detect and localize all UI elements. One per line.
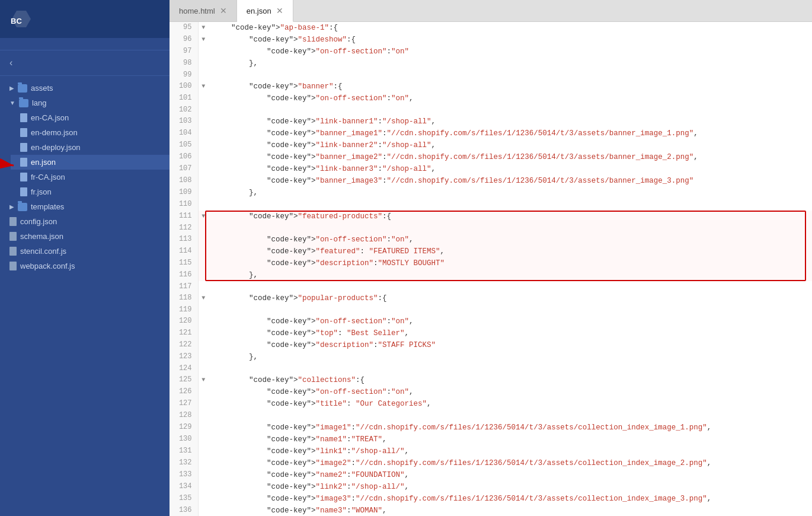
code-line-133: 133 "code-key">"name2":"FOUNDATION", xyxy=(170,469,812,481)
code-line-118: 118▼ "code-key">"popular-products":{ xyxy=(170,292,812,304)
sidebar-item-en-deploy-json[interactable]: en-deploy.json xyxy=(11,140,170,155)
code-line-97: 97 "code-key">"on-off-section":"on" xyxy=(170,46,812,58)
sidebar-item-assets[interactable]: ▶ assets xyxy=(0,81,170,95)
file-label-stencil: stencil.conf.js xyxy=(20,247,66,256)
red-arrow-icon xyxy=(0,143,23,179)
code-line-128: 128 xyxy=(170,410,812,421)
sidebar-item-templates[interactable]: ▶ templates xyxy=(0,199,170,214)
tab-en-json[interactable]: en.json ✕ xyxy=(237,0,293,22)
code-line-117: 117 xyxy=(170,281,812,292)
folder-label-templates: templates xyxy=(31,202,64,211)
code-line-130: 130 "code-key">"name1":"TREAT", xyxy=(170,434,812,445)
tab-home-html[interactable]: home.html ✕ xyxy=(170,0,237,21)
file-tree: ▶ assets ▼ lang en-CA.json en-demo.json … xyxy=(0,76,170,516)
code-line-106: 106 "code-key">"banner_image2":"//cdn.sh… xyxy=(170,151,812,163)
code-line-115: 115 "code-key">"description":"MOSTLY BOU… xyxy=(170,257,812,269)
code-line-132: 132 "code-key">"image2":"//cdn.shopify.c… xyxy=(170,457,812,469)
svg-text:BC: BC xyxy=(11,17,22,26)
code-line-107: 107 "code-key">"link-banner3":"/shop-all… xyxy=(170,163,812,175)
code-editor[interactable]: 95▼ "code-key">"ap-base-1":{96▼ "code-ke… xyxy=(170,22,812,516)
code-line-121: 121 "code-key">"top": "Best Seller", xyxy=(170,327,812,339)
file-label-en-ca: en-CA.json xyxy=(31,113,69,122)
file-label-fr: fr.json xyxy=(31,187,52,196)
sidebar-item-fr-json[interactable]: fr.json xyxy=(11,184,170,199)
code-line-134: 134 "code-key">"link2":"/shop-all/", xyxy=(170,481,812,493)
file-label-en-deploy: en-deploy.json xyxy=(31,143,81,152)
file-icon-config xyxy=(9,217,17,226)
code-line-100: 100▼ "code-key">"banner":{ xyxy=(170,81,812,93)
folder-label-assets: assets xyxy=(31,84,53,93)
code-line-125: 125▼ "code-key">"collections":{ xyxy=(170,374,812,386)
sidebar-item-webpack-conf[interactable]: webpack.conf.js xyxy=(0,259,170,273)
tab-label-en-json: en.json xyxy=(247,7,271,15)
code-line-111: 111▼ "code-key">"featured-products":{ xyxy=(170,211,812,222)
code-line-99: 99 xyxy=(170,69,812,81)
code-line-136: 136 "code-key">"name3":"WOMAN", xyxy=(170,505,812,517)
chevron-left-icon: ‹ xyxy=(9,58,12,68)
tabs-bar: home.html ✕ en.json ✕ xyxy=(170,0,812,22)
caret-down-icon: ▼ xyxy=(9,100,15,106)
code-line-95: 95▼ "code-key">"ap-base-1":{ xyxy=(170,22,812,34)
code-line-98: 98 }, xyxy=(170,58,812,69)
sidebar-item-fr-ca-json[interactable]: fr-CA.json xyxy=(11,170,170,184)
sidebar-item-en-ca-json[interactable]: en-CA.json xyxy=(11,110,170,125)
code-line-108: 108 "code-key">"banner_image3":"//cdn.sh… xyxy=(170,175,812,187)
file-label-fr-ca: fr-CA.json xyxy=(31,173,65,181)
sidebar-item-config-json[interactable]: config.json xyxy=(0,214,170,229)
code-line-105: 105 "code-key">"link-banner2":"/shop-all… xyxy=(170,139,812,151)
code-line-123: 123 }, xyxy=(170,351,812,363)
folder-icon xyxy=(18,84,27,93)
code-line-120: 120 "code-key">"on-off-section":"on", xyxy=(170,316,812,327)
edit-theme-section[interactable]: ‹ xyxy=(0,50,170,76)
file-icon-en-demo xyxy=(20,128,27,137)
file-label-config: config.json xyxy=(20,217,57,226)
code-line-122: 122 "code-key">"description":"STAFF PICK… xyxy=(170,339,812,351)
file-icon-fr xyxy=(20,187,27,196)
file-icon-schema xyxy=(9,232,17,241)
file-label-schema: schema.json xyxy=(20,232,63,241)
folder-icon-lang xyxy=(19,99,28,107)
sidebar-item-lang[interactable]: ▼ lang xyxy=(0,95,170,110)
code-line-113: 113 "code-key">"on-off-section":"on", xyxy=(170,234,812,246)
file-icon-fr-ca xyxy=(20,173,27,181)
folder-icon-templates xyxy=(18,203,27,211)
code-line-110: 110 xyxy=(170,199,812,210)
code-line-116: 116 }, xyxy=(170,269,812,281)
code-line-103: 103 "code-key">"link-banner1":"/shop-all… xyxy=(170,116,812,128)
caret-right-icon: ▶ xyxy=(9,85,14,91)
code-line-96: 96▼ "code-key">"slideshow":{ xyxy=(170,34,812,46)
code-line-135: 135 "code-key">"image3":"//cdn.shopify.c… xyxy=(170,493,812,505)
theme-info xyxy=(0,38,170,50)
code-line-102: 102 xyxy=(170,104,812,116)
code-line-101: 101 "code-key">"on-off-section":"on", xyxy=(170,93,812,104)
folder-label-lang: lang xyxy=(32,98,47,107)
code-line-124: 124 xyxy=(170,363,812,374)
close-tab-en-json[interactable]: ✕ xyxy=(276,7,283,15)
file-label-en-demo: en-demo.json xyxy=(31,128,78,137)
code-line-104: 104 "code-key">"banner_image1":"//cdn.sh… xyxy=(170,128,812,139)
code-line-127: 127 "code-key">"title": "Our Categories"… xyxy=(170,398,812,410)
sidebar-item-schema-json[interactable]: schema.json xyxy=(0,229,170,244)
code-line-114: 114 "code-key">"featured": "FEATURED ITE… xyxy=(170,246,812,257)
file-label-webpack: webpack.conf.js xyxy=(20,262,75,270)
sidebar: BC ‹ ▶ assets ▼ lang xyxy=(0,0,170,516)
sidebar-item-stencil-conf[interactable]: stencil.conf.js xyxy=(0,244,170,259)
sidebar-item-en-demo-json[interactable]: en-demo.json xyxy=(11,125,170,140)
logo-area: BC xyxy=(0,0,170,38)
main-content: home.html ✕ en.json ✕ 95▼ "code-key">"ap… xyxy=(170,0,812,516)
code-table: 95▼ "code-key">"ap-base-1":{96▼ "code-ke… xyxy=(170,22,812,516)
bigcommerce-logo-icon: BC xyxy=(9,8,31,30)
file-label-en: en.json xyxy=(31,158,56,167)
file-icon-webpack xyxy=(9,262,17,270)
tab-label-home-html: home.html xyxy=(179,7,215,15)
code-line-131: 131 "code-key">"link1":"/shop-all/", xyxy=(170,445,812,457)
code-line-109: 109 }, xyxy=(170,187,812,199)
code-line-112: 112 xyxy=(170,222,812,234)
caret-right-icon-templates: ▶ xyxy=(9,203,14,210)
editor-wrapper: 95▼ "code-key">"ap-base-1":{96▼ "code-ke… xyxy=(170,22,812,516)
file-icon-stencil xyxy=(9,247,17,256)
file-icon-en-ca xyxy=(20,113,27,122)
close-tab-home-html[interactable]: ✕ xyxy=(220,7,227,15)
sidebar-item-en-json[interactable]: en.json xyxy=(11,155,170,170)
code-line-129: 129 "code-key">"image1":"//cdn.shopify.c… xyxy=(170,422,812,434)
